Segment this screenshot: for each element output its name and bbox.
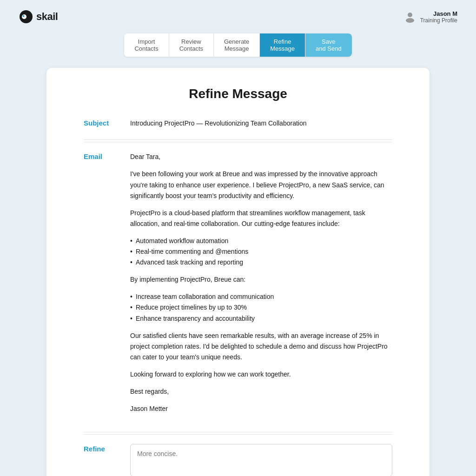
main-card: Refine Message Subject Introducing Proje… xyxy=(46,68,430,476)
logo-text: skail xyxy=(36,11,58,23)
user-name: Jason M xyxy=(433,10,457,17)
step-refine-line1: Refine xyxy=(274,38,291,45)
email-content: Dear Tara, I've been following your work… xyxy=(130,152,392,421)
step-generate[interactable]: Generate Message xyxy=(214,33,260,57)
list-item: Automated workflow automation xyxy=(130,236,392,246)
step-review-line1: Review xyxy=(181,38,201,45)
step-import-line2: Contacts xyxy=(134,45,158,52)
user-details: Jason M Training Profile xyxy=(420,10,457,24)
email-paragraph5: Looking forward to exploring how we can … xyxy=(130,369,392,380)
step-save[interactable]: Save and Send xyxy=(305,33,352,57)
email-row: Email Dear Tara, I've been following you… xyxy=(84,142,392,430)
subject-value: Introducing ProjectPro — Revolutionizing… xyxy=(130,118,392,128)
subject-label: Subject xyxy=(84,118,116,127)
user-role: Training Profile xyxy=(420,17,457,24)
logo: skail xyxy=(19,9,58,24)
step-generate-line2: Message xyxy=(225,45,249,52)
stepper-container: Import Contacts Review Contacts Generate… xyxy=(0,33,476,57)
step-review[interactable]: Review Contacts xyxy=(169,33,214,57)
user-avatar-icon xyxy=(403,10,416,23)
step-generate-line1: Generate xyxy=(224,38,249,45)
subject-divider xyxy=(84,139,392,140)
svg-point-4 xyxy=(406,18,414,23)
svg-point-1 xyxy=(22,14,26,19)
step-review-line2: Contacts xyxy=(179,45,203,52)
email-paragraph2: ProjectPro is a cloud-based platform tha… xyxy=(130,208,392,229)
email-label: Email xyxy=(84,152,116,160)
list-item: Real-time commenting and @mentions xyxy=(130,246,392,257)
list-item: Increase team collaboration and communic… xyxy=(130,291,392,302)
list-item: Advanced task tracking and reporting xyxy=(130,257,392,268)
email-greeting: Dear Tara, xyxy=(130,152,392,162)
step-save-line2: and Send xyxy=(316,45,342,52)
list-item: Enhance transparency and accountability xyxy=(130,313,392,324)
email-paragraph3: By implementing ProjectPro, Breue can: xyxy=(130,274,392,285)
email-paragraph1: I've been following your work at Breue a… xyxy=(130,169,392,201)
user-info: Jason M Training Profile xyxy=(403,10,457,24)
step-refine-line2: Message xyxy=(270,45,295,52)
app-header: skail Jason M Training Profile xyxy=(0,0,476,33)
email-divider xyxy=(84,432,392,432)
list-item: Reduce project timelines by up to 30% xyxy=(130,302,392,313)
stepper: Import Contacts Review Contacts Generate… xyxy=(124,33,351,57)
page-title: Refine Message xyxy=(84,86,392,101)
refine-row: Refine more concise lighter tone more pr… xyxy=(84,434,392,476)
svg-point-2 xyxy=(23,15,25,17)
logo-icon xyxy=(19,9,33,24)
step-refine[interactable]: Refine Message xyxy=(260,33,305,57)
email-benefits-list: Increase team collaboration and communic… xyxy=(130,291,392,324)
refine-input[interactable] xyxy=(130,444,392,476)
email-paragraph4: Our satisfied clients have seen remarkab… xyxy=(130,331,392,363)
refine-label: Refine xyxy=(84,444,116,453)
subject-row: Subject Introducing ProjectPro — Revolut… xyxy=(84,118,392,138)
svg-point-3 xyxy=(408,13,412,17)
email-features-list: Automated workflow automation Real-time … xyxy=(130,236,392,268)
email-closing: Best regards, xyxy=(130,386,392,397)
email-sender: Jason Metter xyxy=(130,403,392,414)
refine-content: more concise lighter tone more product d… xyxy=(130,444,392,476)
step-import-line1: Import xyxy=(138,38,155,45)
step-import[interactable]: Import Contacts xyxy=(124,33,169,57)
step-save-line1: Save xyxy=(322,38,336,45)
